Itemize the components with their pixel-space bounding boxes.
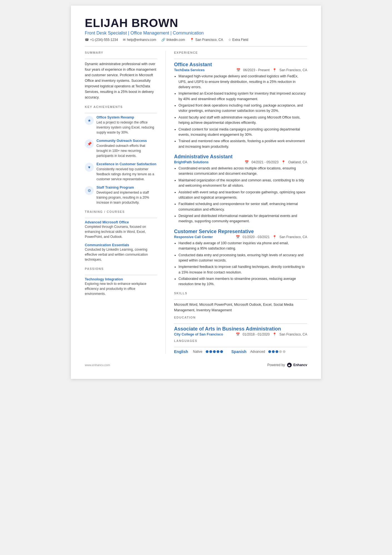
job-company-1: TechData Services [174,68,205,72]
achievement-content-1: Office System Revamp Led a project to re… [96,115,157,135]
bullet: Created content for social media campaig… [178,127,307,138]
left-column: SUMMARY Dynamic administrative professio… [85,51,157,354]
bullet: Facilitated scheduling and correspondenc… [178,201,307,212]
calendar-icon-2: 📅 [245,160,249,164]
phone-contact: ☎ +1-(234)-555-1234 [85,38,118,42]
bullet: Implemented an Excel-based tracking syst… [178,91,307,102]
pin-icon-3: 📍 [272,235,277,239]
bullet: Collaborated with team members to stream… [178,276,307,287]
contact-row: ☎ +1-(234)-555-1234 ✉ help@enhancv.com 🔗… [85,38,307,42]
achievement-item-4: ⚙ Staff Training Program Developed and i… [85,186,157,205]
location-icon: 📍 [190,38,194,42]
job-dates-2: 📅 04/2021 - 05/2023 📍 Oakland, CA [245,160,307,164]
email-contact: ✉ help@enhancv.com [123,38,156,42]
skills-text: Microsoft Word, Microsoft PowerPoint, Mi… [174,302,307,313]
job-title-3: Customer Service Representative [174,229,307,235]
language-spanish: Spanish Advanced [231,349,286,354]
dot [217,350,219,353]
bullet: Assisted with event setup and teardown f… [178,190,307,201]
job-bullets-2: Coordinated errands and deliveries acros… [174,166,307,224]
summary-section: SUMMARY Dynamic administrative professio… [85,51,157,100]
calendar-icon-1: 📅 [236,68,240,72]
achievement-icon-pin: 📌 [85,139,94,148]
job-company-2: BrightPath Solutions [174,160,209,164]
training-section: TRAINING / COURSES Advanced Microsoft Of… [85,210,157,262]
edu-degree-1: Associate of Arts in Business Administra… [174,326,307,332]
passions-section: PASSIONS Technology Integration Explorin… [85,267,157,296]
job-meta-1: TechData Services 📅 06/2023 - Present 📍 … [174,68,307,72]
passion-item-1: Technology Integration Exploring new tec… [85,277,157,296]
job-title-1: Office Assistant [174,62,307,68]
skills-section: SKILLS Microsoft Word, Microsoft PowerPo… [174,292,307,313]
training-label: TRAINING / COURSES [85,210,157,213]
achievement-item-1: ★ Office System Revamp Led a project to … [85,115,157,135]
email-icon: ✉ [123,38,126,42]
calendar-icon-edu: 📅 [236,332,240,336]
page-footer: www.enhancv.com Powered by Enhancv [85,362,307,368]
location-contact: 📍 San Francisco, CA [190,38,223,42]
job-dates-1: 📅 06/2023 - Present 📍 San Francisco, CA [236,68,307,72]
achievement-desc-2: Coordinated outreach efforts that brough… [96,143,157,158]
phone-icon: ☎ [85,38,89,42]
achievement-icon-people: ⚙ [85,186,94,195]
job-meta-3: Responsive Call Center 📅 01/2020 - 03/20… [174,235,307,239]
dot [213,350,216,353]
training-item-2: Communication Essentials Conducted by Li… [85,243,157,262]
dot [206,350,209,353]
training-item-1: Advanced Microsoft Office Completed thro… [85,220,157,239]
dot [279,350,282,353]
edu-meta-1: City College of San Francisco 📅 01/2018 … [174,332,307,336]
achievement-item-2: 📌 Community Outreach Success Coordinated… [85,139,157,158]
lang-name-english: English [174,349,191,354]
passion-desc-1: Exploring new tech to enhance workplace … [85,281,157,296]
achievement-desc-3: Consistently received top customer feedb… [96,167,157,182]
achievement-icon-star: ★ [85,116,94,125]
bullet: Handled a daily average of 100 customer … [178,241,307,251]
achievement-icon-heart: ♥ [85,163,94,172]
pin-icon-edu: 📍 [272,332,277,336]
summary-label: SUMMARY [85,51,157,54]
achievement-content-2: Community Outreach Success Coordinated o… [96,139,157,158]
dot [272,350,275,353]
languages-section: LANGUAGES English Native [174,339,307,354]
training-title-1: Advanced Microsoft Office [85,220,157,224]
calendar-icon-3: 📅 [236,235,240,239]
job-bullets-3: Handled a daily average of 100 customer … [174,241,307,287]
enhancv-logo: Enhancv [287,362,307,368]
training-desc-2: Conducted by LinkedIn Learning, covering… [85,247,157,262]
header: ELIJAH BROWN Front Desk Specialist | Off… [85,17,307,42]
job-dates-3: 📅 01/2020 - 03/2021 📍 San Francisco, CA [236,235,307,239]
lang-dots-english [206,350,223,353]
job-meta-2: BrightPath Solutions 📅 04/2021 - 05/2023… [174,160,307,164]
edu-dates-1: 📅 01/2018 - 01/2020 📍 San Francisco, CA [236,332,307,336]
achievement-content-3: Excellence in Customer Satisfaction Cons… [96,162,157,182]
education-label: EDUCATION [174,316,307,319]
vertical-divider [165,51,166,354]
linkedin-contact: 🔗 linkedin.com [161,38,185,42]
job-bullets-1: Managed high-volume package delivery and… [174,74,307,149]
bullet: Implemented feedback to improve call han… [178,264,307,275]
two-column-layout: SUMMARY Dynamic administrative professio… [85,51,307,354]
dot [283,350,286,353]
pin-icon-1: 📍 [272,68,277,72]
footer-website: www.enhancv.com [85,363,110,367]
achievement-title-3: Excellence in Customer Satisfaction [96,162,157,166]
dot [220,350,223,353]
edu-school-1: City College of San Francisco [174,332,223,336]
passions-label: PASSIONS [85,267,157,270]
job-2: Administrative Assistant BrightPath Solu… [174,154,307,224]
languages-label: LANGUAGES [174,339,307,342]
bullet: Coordinated errands and deliveries acros… [178,166,307,177]
experience-section: EXPERIENCE Office Assistant TechData Ser… [174,51,307,287]
job-title-2: Administrative Assistant [174,154,307,160]
summary-text: Dynamic administrative professional with… [85,61,157,100]
education-section: EDUCATION Associate of Arts in Business … [174,316,307,336]
lang-level-english: Native [193,350,202,354]
dot [209,350,212,353]
bullet: Maintained organization of the reception… [178,178,307,189]
lang-level-spanish: Advanced [250,350,265,354]
dot [276,350,278,353]
job-1: Office Assistant TechData Services 📅 06/… [174,62,307,149]
achievement-desc-1: Led a project to redesign the office inv… [96,120,157,135]
skills-label: SKILLS [174,292,307,295]
